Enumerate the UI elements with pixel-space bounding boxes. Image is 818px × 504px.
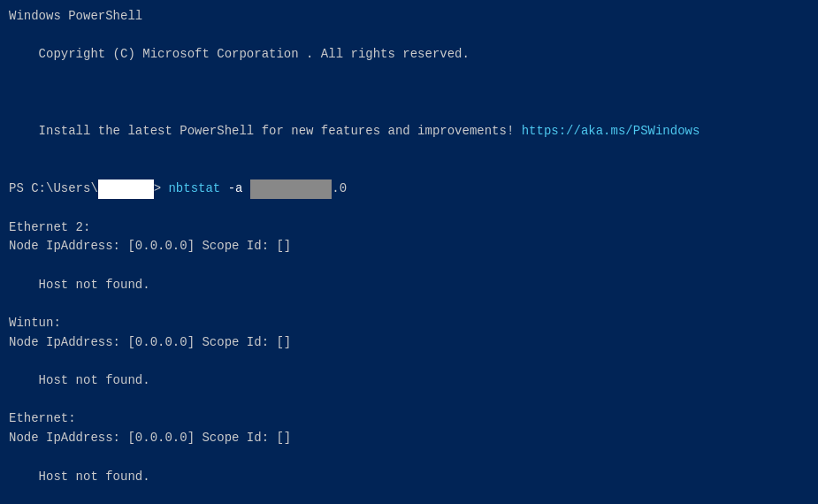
copyright-line: Copyright (C) Microsoft Corporation . Al… bbox=[9, 27, 809, 84]
empty-line-6 bbox=[9, 352, 809, 371]
wintun-msg: Host not found. bbox=[9, 371, 809, 391]
cmd-ip-end: .0 bbox=[332, 179, 347, 199]
corporation-text: Corporation . bbox=[217, 47, 313, 61]
ethernet2-msg: Host not found. bbox=[9, 276, 809, 295]
command-line: PS C:\Users\ > nbtstat -a .0 bbox=[9, 179, 809, 199]
ip-redacted bbox=[250, 179, 332, 199]
empty-line-9 bbox=[9, 486, 809, 504]
prompt-prefix: PS C:\Users\ bbox=[9, 179, 98, 199]
empty-line-1 bbox=[9, 84, 809, 103]
wintun-header: Wintun: bbox=[9, 314, 809, 333]
terminal-window: Windows PowerShell Copyright (C) Microso… bbox=[0, 0, 818, 504]
reserved-text: reserved. bbox=[395, 47, 470, 61]
ethernet-node: Node IpAddress: [0.0.0.0] Scope Id: [] bbox=[9, 429, 809, 448]
nbtstat-command: nbtstat bbox=[168, 179, 220, 199]
username-redacted bbox=[98, 179, 154, 199]
empty-line-2 bbox=[9, 161, 809, 180]
install-line: Install the latest PowerShell for new fe… bbox=[9, 103, 809, 160]
install-text: Install the latest PowerShell for new fe… bbox=[39, 124, 522, 138]
empty-line-7 bbox=[9, 391, 809, 410]
empty-line-4 bbox=[9, 256, 809, 276]
prompt-suffix: > bbox=[154, 179, 169, 199]
ethernet-header: Ethernet: bbox=[9, 409, 809, 429]
ethernet2-header: Ethernet 2: bbox=[9, 218, 809, 238]
ethernet-msg: Host not found. bbox=[9, 468, 809, 487]
cmd-space bbox=[220, 179, 227, 199]
all-text: All bbox=[313, 47, 350, 61]
cmd-flag: -a bbox=[228, 179, 243, 199]
empty-line-8 bbox=[9, 448, 809, 468]
wintun-node: Node IpAddress: [0.0.0.0] Scope Id: [] bbox=[9, 333, 809, 353]
ethernet2-node: Node IpAddress: [0.0.0.0] Scope Id: [] bbox=[9, 237, 809, 256]
empty-line-3 bbox=[9, 199, 809, 218]
powershell-title-line: Windows PowerShell bbox=[9, 7, 809, 27]
empty-line-5 bbox=[9, 294, 809, 314]
copyright-prefix: Copyright (C) Microsoft bbox=[39, 47, 218, 61]
cmd-space2 bbox=[242, 179, 249, 199]
powershell-url: https://aka.ms/PSWindows bbox=[522, 124, 700, 138]
rights-text: rights bbox=[350, 47, 394, 61]
